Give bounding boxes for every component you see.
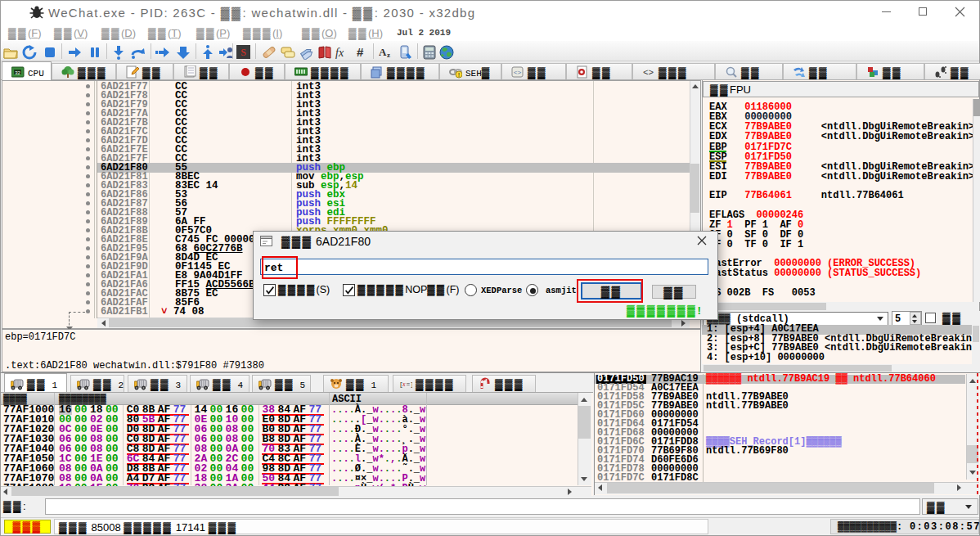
svg-text:z: z [387,51,390,59]
svg-text:=]: =] [407,381,413,388]
svg-text:32: 32 [15,70,20,75]
svg-text:A: A [379,46,387,58]
svg-text:fx: fx [335,47,344,59]
svg-text:!: ! [458,72,460,78]
svg-text:x: x [402,381,406,388]
svg-text:<>: <> [514,69,522,76]
svg-text:#: # [357,45,364,59]
svg-text:S: S [241,47,246,58]
svg-text:<>: <> [643,68,654,78]
